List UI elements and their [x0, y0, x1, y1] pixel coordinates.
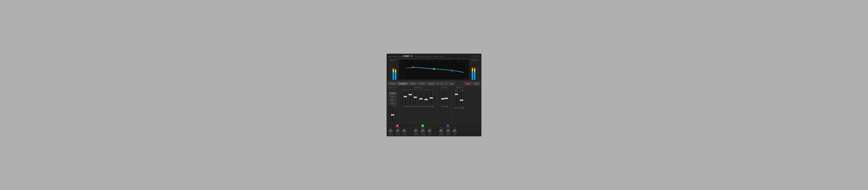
ratio-thumb[interactable] [409, 94, 412, 95]
eq-band2-thresh-value: 0.06 dB [421, 134, 426, 135]
limiter-button[interactable]: Limiter [464, 82, 472, 85]
eq-band2-knobs: Freq 7.93 kHz Threshold 0.06 dB Q [413, 127, 432, 135]
eq-band2-thresh-label: Threshold [420, 127, 426, 128]
gain-fader-wrap: 24.0 dB [413, 91, 418, 107]
capture-button[interactable]: Capture [427, 82, 436, 85]
eq-band2-freq-label: Freq [414, 127, 417, 128]
eq-band3-power[interactable] [446, 124, 449, 127]
release-fader-wrap: 9.06 s [424, 91, 428, 107]
eq-band1-q-knob[interactable] [402, 129, 407, 133]
svg-text:20k: 20k [462, 61, 464, 62]
eq-band3-thresh-label: Threshold [445, 127, 451, 128]
knee-sub-label: Xnee [430, 89, 435, 90]
eq-band2-q-knob[interactable] [428, 129, 432, 133]
eq-band3-freq-knob[interactable] [439, 129, 443, 133]
release-sub-label: Release [425, 89, 430, 90]
log-button[interactable]: Log [449, 82, 455, 85]
eq-band2-freq-knob[interactable] [414, 129, 418, 133]
divider-1 [399, 87, 399, 122]
lf-fader[interactable] [442, 91, 444, 105]
eq-knob-dot-1a [391, 130, 391, 131]
dry-wet-fader[interactable] [456, 92, 457, 107]
hf-value: 0.36 [445, 106, 448, 107]
gain-thumb[interactable] [414, 97, 417, 98]
sc-gain-label: S/C Gain [389, 89, 396, 91]
svg-text:2k: 2k [414, 61, 416, 62]
hf-sub-label: HF [445, 89, 450, 90]
attack-fader[interactable] [420, 91, 422, 105]
eq-band1-freq-value: 1.46 kHz [388, 134, 394, 135]
svg-point-35 [434, 68, 434, 69]
svg-text:20: 20 [408, 61, 410, 62]
threshold-thumb[interactable] [404, 96, 407, 97]
eq-band3-thresh-wrap: Threshold 2.54 dB [445, 127, 451, 135]
out-gain-thumb[interactable] [460, 99, 463, 101]
eq-section: Freq 1.46 kHz Threshold 0.00 dB Q [387, 123, 481, 136]
output-label: OUTPUT [471, 60, 479, 61]
eq-band1-power[interactable] [396, 124, 399, 127]
knee-thumb[interactable] [430, 97, 433, 99]
eq-band1-freq-knob[interactable] [389, 129, 393, 133]
eq-band2-q-value: 1.44 [428, 134, 431, 135]
svg-text:+12: +12 [403, 62, 405, 63]
bit16-button[interactable]: 16 Bit [473, 82, 480, 85]
sc-gain-fader[interactable] [392, 108, 394, 122]
release-fader[interactable] [425, 91, 427, 105]
compress-button[interactable]: Compress [398, 82, 408, 85]
max-button[interactable]: Max [389, 99, 397, 101]
power-icon-1 [397, 125, 398, 127]
eq-band3-q-knob[interactable] [453, 129, 457, 133]
brand-label: pro audio dsp [389, 55, 402, 58]
hf-fader[interactable] [445, 91, 447, 105]
svg-text:-48: -48 [403, 75, 405, 76]
dynamics-label: DYNAMICS [414, 87, 422, 89]
hf-thumb[interactable] [445, 98, 448, 99]
eq-band2-group: Freq 7.93 kHz Threshold 0.06 dB Q [413, 124, 432, 135]
dry-wet-sub-label: Dry / Wet [454, 89, 459, 92]
eq-band1-freq-label: Freq [390, 127, 392, 128]
out-gain-value: 0.00 dB [459, 107, 464, 108]
out-gain-fader[interactable] [461, 92, 463, 107]
eq-knob-dot-1c [404, 130, 405, 131]
eq-band2-thresh-knob[interactable] [421, 129, 425, 133]
sc-button[interactable]: S/C [389, 95, 397, 98]
input-section: INPUT +12 0 -12 -24 -36 -48 -60 [388, 60, 398, 80]
expand-button[interactable]: Expand [409, 82, 417, 85]
output-fill-l [472, 67, 473, 80]
divider-3 [452, 87, 452, 122]
io-section: INPUT +12 0 -12 -24 -36 -48 -60 [387, 59, 481, 81]
knee-fader[interactable] [430, 91, 432, 105]
dry-wet-thumb[interactable] [455, 94, 458, 95]
eq-band1-thresh-label: Threshold [395, 127, 401, 128]
eq-band2-power[interactable] [421, 124, 424, 127]
release-value: 9.06 s [424, 106, 428, 107]
eq-band1-thresh-knob[interactable] [396, 129, 400, 133]
gain-value: 24.0 dB [413, 106, 418, 107]
freeze-button[interactable]: Freeze [418, 82, 426, 85]
lf-thumb[interactable] [441, 98, 444, 99]
save-icon[interactable]: ⊞ [436, 82, 439, 85]
dynamics-faders: -24.4 dB 100.0 24.0 dB [403, 91, 434, 107]
attack-thumb[interactable] [419, 98, 423, 99]
gd-icon[interactable]: GD [444, 82, 448, 85]
threshold-fader[interactable] [404, 91, 406, 105]
eq-knob-dot-3b [448, 130, 448, 131]
sc-gain-thumb[interactable] [391, 114, 394, 116]
eq-band3-thresh-knob[interactable] [446, 129, 451, 133]
eq-band2-q-wrap: Q 1.44 [428, 127, 432, 135]
ratio-value: 100.0 [409, 106, 412, 107]
eq-band3-group: Freq 15.6 kHz Threshold 2.54 dB Q [438, 124, 457, 135]
release-thumb[interactable] [425, 99, 428, 100]
process-button[interactable]: Process [388, 82, 397, 85]
svg-point-33 [412, 67, 413, 68]
input-fill-l [393, 68, 394, 80]
svg-text:-12: -12 [403, 67, 405, 68]
load-icon[interactable]: ⊟ [440, 82, 443, 85]
listen-button[interactable]: Listen [389, 102, 397, 105]
gain-fader[interactable] [414, 91, 416, 105]
direct-button[interactable]: Direct [389, 92, 397, 95]
eq-band3-knobs: Freq 15.6 kHz Threshold 2.54 dB Q [438, 127, 457, 135]
svg-text:0: 0 [403, 64, 404, 66]
ratio-fader[interactable] [409, 91, 411, 105]
power-icon-3 [447, 125, 449, 127]
